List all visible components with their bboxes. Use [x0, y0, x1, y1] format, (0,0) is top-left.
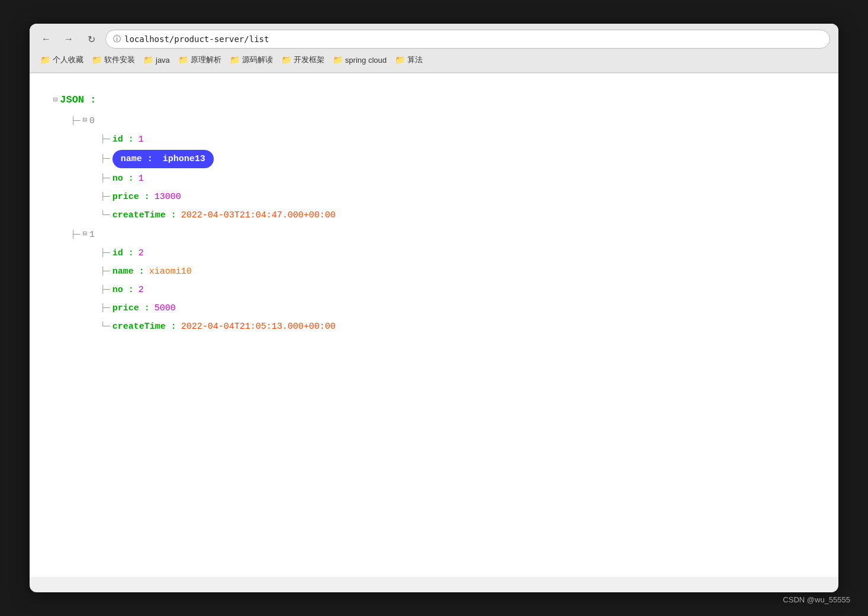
bookmark-label: 原理解析 — [191, 54, 221, 65]
browser-window: ← → ↻ ⓘ localhost/product-server/list 📁个… — [30, 24, 838, 592]
json-field-row-1-3: ├─ price : 5000 — [53, 300, 815, 316]
connector-icon: ├─ — [101, 132, 110, 146]
connector-icon: ├─ — [101, 301, 110, 315]
json-field-row-0-0: ├─ id : 1 — [53, 131, 815, 147]
field-key: createTime : — [112, 207, 176, 223]
bookmarks-bar: 📁个人收藏📁软件安装📁java📁原理解析📁源码解读📁开发框架📁spring cl… — [38, 53, 830, 66]
json-root-label: JSON : — [60, 91, 96, 110]
bookmark-label: spring cloud — [345, 56, 387, 65]
lock-icon: ⓘ — [113, 34, 121, 44]
root-expand-icon[interactable]: ⊟ — [53, 94, 57, 107]
folder-icon: 📁 — [143, 55, 153, 65]
field-value: 2 — [139, 282, 144, 298]
connector-icon: ├─ — [101, 283, 110, 296]
bookmark-bm-algo[interactable]: 📁算法 — [393, 53, 425, 66]
connector-icon: ├─ — [71, 227, 81, 241]
json-items-container: ├─ ⊟ 0 ├─ id : 1 ├─ name : iphone13 ├─ n… — [53, 113, 815, 335]
json-field-row-1-0: ├─ id : 2 — [53, 245, 815, 261]
connector-icon: └─ — [101, 319, 110, 333]
folder-icon: 📁 — [178, 55, 188, 65]
json-root-row: ⊟ JSON : — [53, 91, 815, 110]
json-index-row-0: ├─ ⊟ 0 — [53, 113, 815, 129]
json-field-row-1-1: ├─ name : xiaomi10 — [53, 264, 815, 280]
folder-icon: 📁 — [92, 55, 102, 65]
json-field-row-0-4: └─ createTime : 2022-04-03T21:04:47.000+… — [53, 207, 815, 223]
connector-icon: └─ — [101, 208, 110, 222]
json-viewer: ⊟ JSON : ├─ ⊟ 0 ├─ id : 1 ├─ name : ipho… — [53, 91, 815, 335]
highlighted-field: name : iphone13 — [112, 150, 214, 168]
field-key: no : — [112, 171, 134, 187]
json-field-row-1-2: ├─ no : 2 — [53, 282, 815, 298]
connector-icon: ├─ — [101, 152, 110, 165]
json-field-row-0-3: ├─ price : 13000 — [53, 189, 815, 205]
bookmark-label: java — [156, 56, 170, 65]
folder-icon: 📁 — [230, 55, 240, 65]
json-field-row-0-1: ├─ name : iphone13 — [53, 150, 815, 168]
field-value: 13000 — [155, 189, 181, 205]
bookmark-bm-framework[interactable]: 📁开发框架 — [279, 53, 327, 66]
connector-icon: ├─ — [101, 246, 110, 259]
folder-icon: 📁 — [281, 55, 291, 65]
connector-icon: ├─ — [71, 114, 81, 127]
refresh-button[interactable]: ↻ — [83, 31, 99, 47]
watermark: CSDN @wu_55555 — [783, 595, 850, 604]
bookmark-bm-source[interactable]: 📁源码解读 — [227, 53, 275, 66]
connector-icon: ├─ — [101, 171, 110, 185]
url-text: localhost/product-server/list — [124, 34, 269, 44]
field-value: 2022-04-04T21:05:13.000+00:00 — [181, 319, 336, 335]
browser-content: ⊟ JSON : ├─ ⊟ 0 ├─ id : 1 ├─ name : ipho… — [30, 73, 838, 577]
field-value: 5000 — [155, 300, 176, 316]
field-key: name : — [121, 154, 153, 164]
field-key: name : — [112, 264, 144, 280]
field-value: 2 — [139, 245, 144, 261]
bookmark-bm-software[interactable]: 📁软件安装 — [89, 53, 137, 66]
bookmark-label: 算法 — [407, 54, 423, 65]
folder-icon: 📁 — [40, 55, 50, 65]
connector-icon: ├─ — [101, 264, 110, 278]
back-button[interactable]: ← — [38, 31, 54, 47]
field-key: price : — [112, 300, 150, 316]
bookmark-bm-principle[interactable]: 📁原理解析 — [176, 53, 224, 66]
expand-icon-0[interactable]: ⊟ — [83, 114, 87, 127]
field-value: xiaomi10 — [149, 264, 192, 280]
field-key: price : — [112, 189, 150, 205]
bookmark-label: 软件安装 — [104, 54, 135, 65]
field-key: id : — [112, 245, 134, 261]
index-label-1: 1 — [89, 227, 95, 243]
field-key: no : — [112, 282, 134, 298]
field-value: 1 — [139, 131, 144, 147]
connector-icon: ├─ — [101, 190, 110, 203]
index-label-0: 0 — [89, 113, 95, 129]
json-index-row-1: ├─ ⊟ 1 — [53, 227, 815, 243]
browser-nav: ← → ↻ ⓘ localhost/product-server/list — [38, 30, 830, 49]
folder-icon: 📁 — [395, 55, 405, 65]
field-value: 1 — [139, 171, 144, 187]
browser-chrome: ← → ↻ ⓘ localhost/product-server/list 📁个… — [30, 24, 838, 73]
field-key: createTime : — [112, 319, 176, 335]
json-field-row-1-4: └─ createTime : 2022-04-04T21:05:13.000+… — [53, 319, 815, 335]
bookmark-bm-personal[interactable]: 📁个人收藏 — [38, 53, 86, 66]
forward-button[interactable]: → — [60, 31, 77, 47]
address-bar[interactable]: ⓘ localhost/product-server/list — [105, 30, 830, 49]
folder-icon: 📁 — [333, 55, 343, 65]
bookmark-bm-springcloud[interactable]: 📁spring cloud — [330, 54, 389, 66]
bookmark-label: 开发框架 — [294, 54, 324, 65]
json-field-row-0-2: ├─ no : 1 — [53, 171, 815, 187]
field-value: 2022-04-03T21:04:47.000+00:00 — [181, 207, 336, 223]
field-key: id : — [112, 131, 134, 147]
expand-icon-1[interactable]: ⊟ — [83, 228, 87, 241]
bookmark-bm-java[interactable]: 📁java — [141, 54, 172, 66]
field-value-highlighted: iphone13 — [163, 154, 205, 164]
bookmark-label: 源码解读 — [242, 54, 273, 65]
bookmark-label: 个人收藏 — [53, 54, 83, 65]
